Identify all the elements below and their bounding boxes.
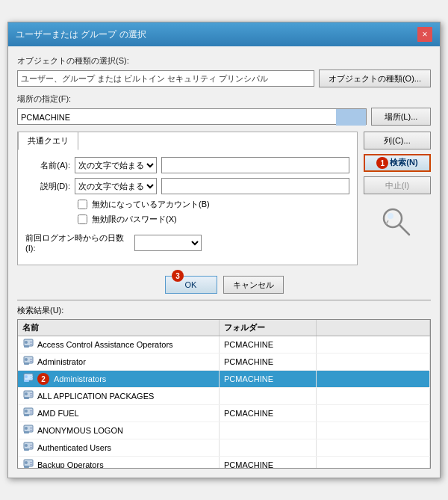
table-row[interactable]: Access Control Assistance Operators PCMA…	[18, 336, 430, 354]
title-bar: ユーザーまたは グループ の選択 ×	[8, 22, 440, 46]
table-row[interactable]: Administrator PCMACHINE	[18, 354, 430, 371]
td-folder: PCMACHINE	[220, 371, 317, 387]
tab-common-query[interactable]: 共通クエリ	[18, 132, 78, 150]
td-extra	[317, 336, 430, 353]
td-folder	[220, 388, 317, 404]
results-table: 名前 フォルダー Access Control Assistance Opera…	[17, 319, 431, 469]
col-folder-header: フォルダー	[220, 320, 317, 336]
stop-button[interactable]: 中止(I)	[364, 176, 431, 194]
svg-rect-43	[30, 464, 33, 466]
table-row[interactable]: ANONYMOUS LOGON	[18, 422, 430, 439]
svg-point-20	[25, 392, 28, 395]
td-name: ALL APPLICATION PACKAGES	[18, 388, 220, 404]
svg-rect-26	[24, 414, 29, 416]
svg-rect-13	[30, 361, 33, 362]
svg-rect-11	[24, 362, 29, 365]
td-folder	[220, 439, 317, 456]
table-row[interactable]: ALL APPLICATION PACKAGES	[18, 388, 430, 405]
td-name: Administrator	[18, 354, 220, 370]
ok-cancel-row: 3 OK キャンセル	[17, 276, 431, 294]
table-row[interactable]: Authenticated Users	[18, 439, 430, 457]
object-type-label: オブジェクトの種類の選択(S):	[17, 55, 431, 67]
svg-rect-38	[30, 447, 33, 448]
svg-rect-21	[24, 397, 29, 399]
svg-rect-27	[30, 410, 33, 412]
table-body: Access Control Assistance Operators PCMA…	[18, 336, 430, 469]
svg-rect-8	[30, 344, 33, 345]
td-name: Access Control Assistance Operators	[18, 336, 220, 353]
desc-input[interactable]	[161, 178, 349, 194]
logon-days-select[interactable]	[134, 235, 202, 251]
disabled-accounts-checkbox[interactable]	[78, 200, 87, 209]
td-extra	[317, 457, 430, 469]
td-extra	[317, 439, 430, 456]
object-type-input[interactable]	[17, 70, 314, 87]
svg-rect-41	[24, 466, 29, 468]
td-folder: PCMACHINE	[220, 457, 317, 469]
row-icon	[22, 389, 34, 403]
search-icon-area	[364, 206, 431, 239]
table-row[interactable]: 2 Administrators PCMACHINE	[18, 371, 430, 388]
svg-rect-33	[30, 430, 33, 431]
row-icon	[22, 372, 34, 386]
svg-rect-23	[30, 395, 33, 397]
object-type-button[interactable]: オブジェクトの種類(O)...	[319, 70, 431, 87]
svg-rect-12	[30, 359, 33, 360]
results-label: 検索結果(U):	[17, 305, 431, 316]
svg-point-25	[25, 410, 28, 413]
location-button[interactable]: 場所(L)...	[371, 108, 431, 126]
ok-badge: 3	[172, 270, 184, 282]
name-select[interactable]: 次の文字で始まる	[75, 157, 157, 173]
svg-point-2	[388, 213, 393, 219]
dialog: ユーザーまたは グループ の選択 × オブジェクトの種類の選択(S): オブジェ…	[7, 22, 441, 478]
svg-rect-18	[30, 378, 33, 380]
row-icon	[22, 458, 34, 469]
td-name: Backup Operators	[18, 457, 220, 469]
td-folder: PCMACHINE	[220, 336, 317, 353]
td-name: ANONYMOUS LOGON	[18, 422, 220, 439]
table-row[interactable]: Backup Operators PCMACHINE	[18, 457, 430, 469]
svg-point-10	[25, 358, 28, 361]
col-button[interactable]: 列(C)...	[364, 132, 431, 149]
td-extra	[317, 405, 430, 422]
row-icon	[22, 355, 34, 368]
svg-rect-32	[30, 428, 33, 429]
table-header: 名前 フォルダー	[18, 320, 430, 336]
td-extra	[317, 371, 430, 387]
td-name: Authenticated Users	[18, 439, 220, 456]
td-name: 2 Administrators	[18, 371, 220, 387]
svg-point-30	[25, 427, 28, 430]
row-icon	[22, 338, 34, 351]
search-button[interactable]: 1検索(N)	[364, 154, 431, 172]
svg-rect-42	[30, 462, 33, 463]
name-input[interactable]	[161, 157, 349, 173]
svg-rect-7	[30, 342, 33, 343]
td-extra	[317, 388, 430, 404]
svg-rect-37	[30, 445, 33, 446]
svg-rect-28	[30, 413, 33, 414]
dialog-title: ユーザーまたは グループ の選択	[16, 28, 146, 41]
svg-rect-17	[30, 376, 33, 377]
disabled-accounts-label: 無効になっているアカウント(B)	[92, 199, 210, 210]
table-row[interactable]: AMD FUEL PCMACHINE	[18, 405, 430, 422]
td-name: AMD FUEL	[18, 405, 220, 422]
close-button[interactable]: ×	[417, 27, 432, 42]
svg-rect-16	[24, 380, 29, 382]
svg-point-5	[25, 341, 28, 344]
cancel-button[interactable]: キャンセル	[223, 276, 284, 294]
svg-line-3	[386, 220, 388, 224]
location-input[interactable]	[18, 109, 336, 126]
svg-rect-31	[24, 431, 29, 433]
col-extra-header	[317, 320, 430, 336]
row-icon	[22, 407, 34, 420]
svg-point-40	[25, 461, 28, 464]
td-folder: PCMACHINE	[220, 405, 317, 422]
no-expire-password-checkbox[interactable]	[78, 214, 87, 224]
td-extra	[317, 354, 430, 370]
row-icon	[22, 441, 34, 454]
svg-rect-22	[30, 393, 33, 395]
desc-select[interactable]: 次の文字で始まる	[75, 178, 157, 194]
td-extra	[317, 422, 430, 439]
search-badge: 1	[376, 157, 388, 169]
no-expire-password-label: 無効限のパスワード(X)	[92, 214, 177, 225]
